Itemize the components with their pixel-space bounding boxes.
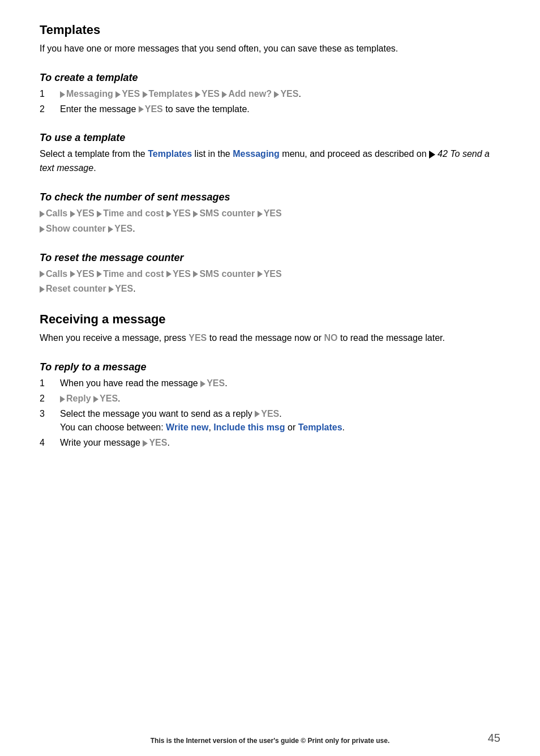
reply-step-4: 4 Write your message YES.: [40, 436, 500, 450]
reply-heading: To reply to a message: [40, 361, 500, 373]
reset-line2: Reset counter YES.: [40, 282, 500, 296]
reply-step-4-content: Write your message YES.: [60, 436, 170, 450]
templates-intro: If you have one or more messages that yo…: [40, 42, 500, 56]
reply-step-2: 2 Reply YES.: [40, 392, 500, 406]
reply-step-1: 1 When you have read the message YES.: [40, 377, 500, 391]
reply-step-3-content: Select the message you want to send as a…: [60, 407, 345, 435]
check-line1: Calls YES Time and cost YES SMS counter …: [40, 207, 500, 221]
step-1: 1 Messaging YES Templates YES Add new? Y…: [40, 87, 500, 101]
step-2-content: Enter the message YES to save the templa…: [60, 102, 250, 117]
create-template-heading: To create a template: [40, 72, 500, 84]
reset-line1: Calls YES Time and cost YES SMS counter …: [40, 267, 500, 281]
reply-step-3: 3 Select the message you want to send as…: [40, 407, 500, 435]
step-number: 4: [40, 436, 50, 450]
step-1-content: Messaging YES Templates YES Add new? YES…: [60, 87, 301, 101]
templates-heading: Templates: [40, 23, 500, 37]
reply-step-1-content: When you have read the message YES.: [60, 377, 228, 391]
reply-step-2-content: Reply YES.: [60, 392, 121, 406]
step-number: 2: [40, 102, 50, 117]
reset-counter-heading: To reset the message counter: [40, 252, 500, 264]
check-messages-heading: To check the number of sent messages: [40, 191, 500, 203]
use-template-text: Select a template from the Templates lis…: [40, 147, 500, 176]
footer-text: This is the Internet version of the user…: [0, 737, 540, 745]
page-content: Templates If you have one or more messag…: [0, 0, 540, 485]
check-line2: Show counter YES.: [40, 222, 500, 236]
use-template-heading: To use a template: [40, 132, 500, 144]
create-template-steps: 1 Messaging YES Templates YES Add new? Y…: [40, 87, 500, 117]
reply-steps: 1 When you have read the message YES. 2 …: [40, 377, 500, 450]
step-number: 2: [40, 392, 50, 406]
step-number: 1: [40, 377, 50, 391]
step-number: 1: [40, 87, 50, 101]
receiving-heading: Receiving a message: [40, 312, 500, 327]
receiving-text: When you receive a message, press YES to…: [40, 331, 500, 345]
step-2: 2 Enter the message YES to save the temp…: [40, 102, 500, 117]
step-number: 3: [40, 407, 50, 421]
